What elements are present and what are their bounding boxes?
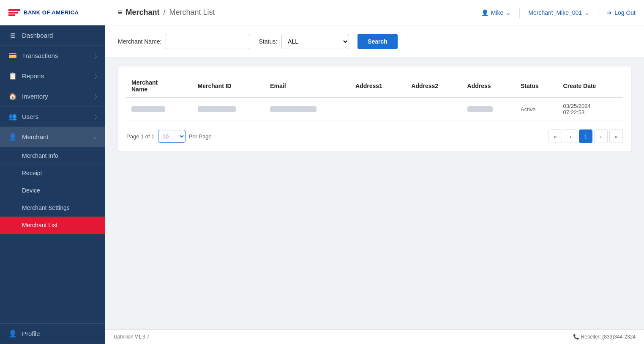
cell-address (462, 97, 516, 121)
sidebar-item-users[interactable]: 👥 Users 〉 (0, 107, 105, 127)
submenu-label: Device (22, 187, 40, 194)
main-content: Merchant Name: Status: ALL Active Inacti… (105, 25, 644, 344)
last-page-button[interactable]: » (609, 129, 623, 143)
logo-area: BANK OF AMERICA (8, 9, 114, 16)
layout: ⊞ Dashboard 💳 Transactions 〉 📋 Reports 〉… (0, 25, 644, 344)
sidebar-submenu-device[interactable]: Device (0, 182, 105, 199)
sidebar-submenu-receipt[interactable]: Receipt (0, 165, 105, 182)
sidebar-item-label: Profile (22, 330, 97, 337)
col-create-date: Create Date (558, 75, 623, 97)
table-area: MerchantName Merchant ID Email Address1 … (105, 58, 644, 329)
submenu-label: Merchant List (22, 222, 57, 228)
sidebar-submenu-merchant-settings[interactable]: Merchant Settings (0, 199, 105, 217)
prev-page-button[interactable]: ‹ (564, 129, 577, 143)
merchant-selector-label: Merchant_Mike_001 (528, 9, 582, 16)
cell-address1 (350, 97, 406, 121)
sidebar-item-reports[interactable]: 📋 Reports 〉 (0, 66, 105, 86)
user-info[interactable]: 👤 Mike ⌄ (481, 9, 511, 16)
transactions-icon: 💳 (8, 52, 17, 60)
submenu-label: Merchant Info (22, 152, 58, 159)
user-icon: 👤 (481, 9, 488, 16)
sidebar-item-label: Dashboard (22, 32, 97, 39)
sidebar: ⊞ Dashboard 💳 Transactions 〉 📋 Reports 〉… (0, 25, 105, 344)
search-bar: Merchant Name: Status: ALL Active Inacti… (105, 25, 644, 58)
col-address2: Address2 (406, 75, 462, 97)
merchant-chevron-icon: ⌄ (584, 9, 589, 16)
profile-icon: 👤 (8, 330, 17, 338)
sidebar-submenu-merchant-info[interactable]: Merchant Info (0, 147, 105, 165)
sidebar-item-label: Users (22, 113, 90, 120)
chevron-down-icon: ⌄ (93, 134, 97, 140)
reseller-info: 📞 Reseller: (833)344-2324 (573, 334, 636, 340)
cell-address2 (406, 97, 462, 121)
breadcrumb-parent[interactable]: Merchant (126, 8, 160, 17)
logout-label: Log Out (614, 9, 636, 16)
col-merchant-id: Merchant ID (193, 75, 265, 97)
phone-icon: 📞 (573, 334, 579, 340)
breadcrumb-current: Merchant List (169, 8, 215, 17)
search-button[interactable]: Search (357, 34, 398, 49)
merchant-name-field: Merchant Name: (118, 34, 250, 49)
cell-merchant-id (193, 97, 265, 121)
sidebar-item-dashboard[interactable]: ⊞ Dashboard (0, 25, 105, 46)
user-chevron-icon: ⌄ (506, 9, 511, 16)
sidebar-submenu-merchant-list[interactable]: Merchant List (0, 217, 105, 234)
flag-stripe-3 (8, 14, 15, 16)
cell-status: Active (516, 97, 558, 121)
logout-button[interactable]: ➔ Log Out (607, 9, 636, 16)
table-row: Active 03/25/202407:22:53 (126, 97, 623, 121)
sidebar-item-label: Transactions (22, 52, 90, 59)
header-right: 👤 Mike ⌄ Merchant_Mike_001 ⌄ ➔ Log Out (481, 8, 636, 18)
sidebar-item-transactions[interactable]: 💳 Transactions 〉 (0, 46, 105, 66)
col-address1: Address1 (350, 75, 406, 97)
sidebar-item-label: Merchant (22, 133, 87, 140)
page-info: Page 1 of 1 10 25 50 100 Per Page (126, 130, 212, 143)
header-center: ≡ Merchant / Merchant List (114, 8, 481, 17)
flag-stripe-1 (8, 9, 20, 11)
users-icon: 👥 (8, 113, 17, 121)
submenu-label: Merchant Settings (22, 204, 70, 211)
version-label: Uptrillion V1.3.7 (114, 334, 150, 340)
breadcrumb-separator: / (164, 8, 166, 17)
sidebar-item-inventory[interactable]: 🏠 Inventory 〉 (0, 86, 105, 107)
cell-create-date: 03/25/202407:22:53 (558, 97, 623, 121)
merchant-name-label: Merchant Name: (118, 38, 161, 45)
cell-email (265, 97, 350, 121)
current-page-button[interactable]: 1 (579, 129, 592, 143)
per-page-select[interactable]: 10 25 50 100 (158, 130, 186, 143)
top-header: BANK OF AMERICA ≡ Merchant / Merchant Li… (0, 0, 644, 25)
chevron-right-icon: 〉 (95, 73, 97, 79)
page-info-text: Page 1 of 1 (126, 133, 155, 140)
header-divider-1 (519, 8, 520, 18)
table-header-row: MerchantName Merchant ID Email Address1 … (126, 75, 623, 97)
status-field: Status: ALL Active Inactive (259, 34, 349, 49)
col-email: Email (265, 75, 350, 97)
reseller-text: Reseller: (833)344-2324 (581, 334, 636, 340)
breadcrumb: Merchant / Merchant List (126, 8, 215, 17)
sidebar-footer: 👤 Profile (0, 323, 105, 344)
submenu-label: Receipt (22, 170, 42, 176)
merchant-name-input[interactable] (166, 34, 250, 49)
flag-stripe-2 (8, 12, 18, 14)
merchant-table: MerchantName Merchant ID Email Address1 … (126, 75, 623, 121)
chevron-right-icon: 〉 (95, 114, 97, 120)
first-page-button[interactable]: « (548, 129, 562, 143)
col-merchant-name: MerchantName (126, 75, 193, 97)
cell-merchant-name (126, 97, 193, 121)
status-select[interactable]: ALL Active Inactive (281, 34, 349, 49)
logo-text: BANK OF AMERICA (24, 9, 79, 16)
next-page-button[interactable]: › (594, 129, 608, 143)
chevron-right-icon: 〉 (95, 53, 97, 59)
per-page-label: Per Page (189, 133, 212, 140)
sidebar-item-profile[interactable]: 👤 Profile (0, 324, 105, 344)
user-name: Mike (491, 9, 504, 16)
hamburger-icon[interactable]: ≡ (118, 8, 123, 17)
sidebar-item-merchant[interactable]: 👤 Merchant ⌄ (0, 127, 105, 147)
sidebar-item-label: Inventory (22, 93, 90, 100)
pagination-controls: « ‹ 1 › » (548, 129, 623, 143)
dashboard-icon: ⊞ (8, 31, 17, 39)
merchant-selector[interactable]: Merchant_Mike_001 ⌄ (528, 9, 589, 16)
col-address: Address (462, 75, 516, 97)
logo-flag (8, 9, 20, 16)
pagination-row: Page 1 of 1 10 25 50 100 Per Page « ‹ 1 (126, 129, 623, 143)
